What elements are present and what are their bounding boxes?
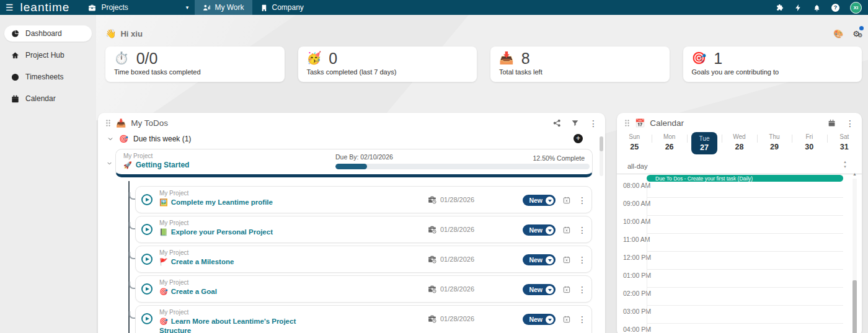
sidebar-item-dashboard[interactable]: Dashboard (4, 25, 92, 42)
chevron-down-icon[interactable] (107, 135, 114, 143)
calendar-remove-icon[interactable] (562, 285, 571, 294)
chevron-down-icon[interactable] (106, 160, 113, 167)
scroll-up-icon[interactable]: ▲ (852, 172, 857, 176)
calendar-remove-icon[interactable] (562, 196, 571, 205)
user-avatar[interactable]: XI (850, 2, 862, 14)
time-slot[interactable] (647, 324, 843, 333)
due-date-field[interactable]: 01/28/2026 (428, 314, 474, 323)
status-dropdown[interactable]: New (523, 314, 556, 325)
kebab-menu-icon[interactable]: ⋮ (589, 119, 598, 128)
dart-emoji: 🎯 (692, 51, 707, 66)
milestone-progress-track (335, 164, 590, 169)
task-title[interactable]: Create a Milestone (171, 258, 234, 265)
day-cell-sun[interactable]: Sun 25 (617, 131, 652, 154)
calendar-remove-icon[interactable] (562, 315, 571, 324)
projects-label: Projects (101, 3, 128, 12)
calendar-scrollbar-thumb[interactable] (852, 280, 857, 333)
todos-scrollbar[interactable] (600, 136, 603, 176)
task-title[interactable]: Complete my Leantime profile (171, 198, 273, 206)
play-timer-button[interactable] (141, 194, 153, 205)
task-title[interactable]: Create a Goal (171, 288, 217, 295)
due-date-field[interactable]: 01/28/2026 (428, 225, 474, 234)
task-row[interactable]: My Project 🎯Learn More about Leantime's … (135, 305, 592, 333)
lightning-bolt-icon[interactable] (794, 4, 802, 12)
task-row[interactable]: My Project 🖼️Complete my Leantime profil… (135, 186, 592, 213)
day-cell-thu[interactable]: Thu 29 (757, 131, 792, 154)
calendar-emoji: 📅 (635, 118, 645, 128)
task-row[interactable]: My Project 📗Explore your Personal Projec… (135, 216, 592, 243)
kebab-menu-icon[interactable]: ⋮ (578, 285, 587, 294)
drag-handle-icon[interactable] (105, 119, 111, 127)
task-title[interactable]: Learn More about Leantime's Project Stru… (159, 317, 296, 333)
play-timer-button[interactable] (141, 313, 153, 324)
due-date-field[interactable]: 01/28/2026 (428, 285, 474, 293)
day-cell-sat[interactable]: Sat 31 (827, 131, 862, 154)
time-slot[interactable] (647, 252, 843, 270)
status-dropdown[interactable]: New (523, 195, 556, 206)
calendar-remove-icon[interactable] (562, 255, 571, 264)
palette-icon[interactable]: 🎨 (833, 29, 843, 38)
briefcase-clock-icon (428, 314, 436, 323)
task-row[interactable]: My Project 🎯Create a Goal 01/28/2026 New… (135, 275, 592, 303)
time-slot[interactable] (647, 198, 843, 216)
calendar-panel-title: Calendar (650, 118, 684, 128)
puzzle-icon[interactable] (776, 4, 784, 12)
task-title[interactable]: Explore your Personal Project (171, 228, 273, 236)
bell-icon[interactable] (813, 4, 821, 12)
sidebar-item-timesheets[interactable]: Timesheets (4, 69, 92, 85)
pie-chart-icon (11, 30, 19, 38)
hamburger-menu-icon[interactable]: ☰ (6, 3, 14, 12)
kebab-menu-icon[interactable]: ⋮ (846, 119, 854, 128)
stat-label: Tasks completed (last 7 days) (307, 68, 469, 76)
leantime-logo[interactable]: leantime (20, 1, 70, 14)
group-by-icon[interactable] (553, 119, 561, 127)
drag-handle-icon[interactable] (624, 119, 630, 127)
chevron-down-icon[interactable]: ▾ (186, 4, 189, 11)
sidebar-item-label: Project Hub (25, 51, 64, 60)
calendar-remove-icon[interactable] (562, 226, 571, 234)
time-slot[interactable] (647, 234, 843, 252)
day-cell-tue-selected[interactable]: Tue 27 (687, 131, 722, 154)
scroll-up-icon[interactable]: ▲ (843, 160, 847, 164)
add-task-button[interactable]: + (574, 134, 583, 143)
kebab-menu-icon[interactable]: ⋮ (578, 226, 587, 234)
sidebar-item-project-hub[interactable]: Project Hub (4, 47, 92, 63)
filter-icon[interactable] (571, 119, 579, 127)
kebab-menu-icon[interactable]: ⋮ (578, 196, 587, 205)
calendar-icon[interactable] (828, 119, 836, 127)
day-cell-mon[interactable]: Mon 26 (652, 131, 686, 154)
left-sidebar: Dashboard Project Hub Timesheets Calenda… (0, 15, 96, 333)
task-row[interactable]: My Project 🚩Create a Milestone 01/28/202… (135, 246, 592, 273)
day-number: 31 (827, 143, 862, 151)
play-timer-button[interactable] (141, 224, 153, 235)
sidebar-item-calendar[interactable]: Calendar (4, 91, 92, 107)
calendar-event[interactable]: Due To Dos - Create your first task (Dai… (647, 175, 843, 182)
status-dropdown[interactable]: New (523, 254, 556, 265)
day-cell-wed[interactable]: Wed 28 (722, 131, 756, 154)
status-dropdown[interactable]: New (523, 284, 556, 295)
scrollbar-thumb[interactable] (600, 136, 603, 151)
due-date-field[interactable]: 01/28/2026 (428, 255, 474, 264)
play-timer-button[interactable] (141, 254, 153, 265)
section-label: Due this week (1) (133, 135, 191, 143)
time-slot[interactable] (647, 270, 843, 288)
time-slot[interactable] (647, 180, 843, 198)
settings-gears-icon[interactable]: ⚙⚙ (852, 29, 860, 38)
milestone-group-card[interactable]: My Project 🚀 Getting Started Due By: 02/… (115, 149, 593, 177)
time-slot[interactable] (647, 306, 843, 324)
time-slot[interactable] (647, 288, 843, 306)
status-dropdown[interactable]: New (523, 224, 556, 236)
projects-dropdown[interactable]: Projects ▾ (84, 0, 195, 15)
scroll-down-icon[interactable]: ▼ (843, 165, 847, 169)
help-icon[interactable]: ? (831, 4, 839, 12)
day-cell-fri[interactable]: Fri 30 (792, 131, 826, 154)
kebab-menu-icon[interactable]: ⋮ (578, 315, 587, 324)
tab-company[interactable]: Company (252, 0, 312, 15)
kebab-menu-icon[interactable]: ⋮ (578, 255, 587, 264)
time-slot[interactable] (647, 216, 843, 234)
due-date-field[interactable]: 01/28/2026 (428, 195, 474, 204)
day-name: Thu (757, 133, 792, 140)
tab-my-work[interactable]: My Work (195, 0, 252, 15)
milestone-title[interactable]: Getting Started (136, 161, 190, 169)
play-timer-button[interactable] (141, 283, 153, 295)
